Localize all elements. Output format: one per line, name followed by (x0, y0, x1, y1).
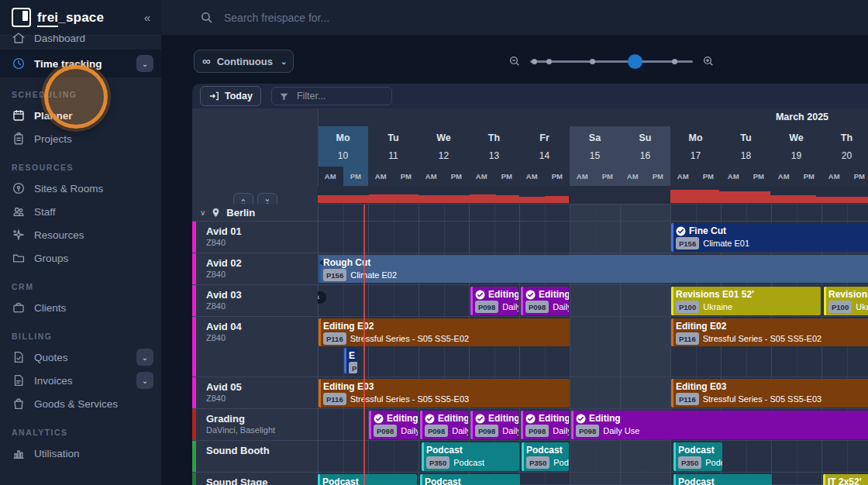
project-badge: P098 (475, 425, 498, 437)
completed-check-icon (374, 414, 384, 424)
sidebar-item-goods-services[interactable]: Goods & Services (0, 392, 161, 415)
sidebar-item-label: Invoices (34, 375, 73, 387)
booking-block[interactable]: Editing E02P116Stressful Series - S05 SS… (319, 318, 570, 346)
completed-check-icon (525, 414, 536, 424)
booking-block[interactable]: IT 2x52' (823, 474, 868, 485)
sidebar-item-chevron-button[interactable]: ⌄ (136, 55, 153, 72)
booking-accent-stripe (522, 442, 524, 471)
sidebar-section-label: SCHEDULING (12, 90, 161, 99)
booking-title: Podcast (426, 444, 518, 456)
booking-title: Editing (475, 288, 517, 301)
chevron-down-icon: ⌄ (281, 57, 287, 66)
booking-title: Revisions E01 52' (676, 288, 819, 301)
booking-title: Podcast (678, 444, 721, 456)
zoom-slider-track[interactable] (530, 60, 693, 63)
sidebar-item-chevron-button[interactable]: ⌄ (136, 349, 153, 366)
sidebar-collapse-button[interactable]: « (144, 11, 150, 24)
doc-check-icon (12, 350, 26, 364)
collapse-label-column-button[interactable]: « (318, 291, 326, 304)
sidebar-item-label: Utilisation (34, 448, 80, 459)
sidebar-item-quotes[interactable]: Quotes⌄ (0, 346, 161, 369)
booking-block[interactable]: EditingP098Daily Use (470, 411, 518, 439)
sidebar-item-label: Goods & Services (34, 398, 118, 410)
booking-block[interactable]: Revisions E01 52'P100Ukraine (671, 287, 821, 315)
booking-accent-stripe (369, 411, 371, 439)
sidebar-item-time-tracking[interactable]: Time tracking⌄ (0, 50, 161, 77)
filter-input[interactable] (295, 90, 384, 102)
day-column-header: Sa15AMPM (570, 126, 620, 186)
booking-subtitle: P098Daily Use (425, 425, 467, 437)
project-badge: P156 (676, 237, 699, 249)
booking-block[interactable]: PodcastP350Podcast (318, 474, 417, 485)
booking-block[interactable]: PodcastP350Podcast (522, 442, 569, 471)
search-input[interactable] (222, 11, 551, 25)
utilisation-bar (369, 194, 418, 203)
booking-block[interactable]: Editing E03P116Stressful Series - S05 SS… (319, 379, 570, 408)
project-badge: P156 (323, 269, 346, 281)
sidebar-item-label: Groups (34, 253, 68, 264)
doc-lines-icon (12, 373, 26, 387)
month-label: March 2025 (748, 112, 856, 122)
sidebar-item-dashboard[interactable]: Dashboard (0, 26, 161, 50)
booking-title: Editing E03 (676, 380, 868, 393)
project-badge: P116 (676, 332, 699, 345)
booking-block[interactable]: PodcastP350Podcast (673, 474, 772, 485)
sidebar-item-sites-rooms[interactable]: Sites & Rooms (0, 177, 161, 200)
sidebar-item-staff[interactable]: Staff (0, 200, 161, 223)
booking-block[interactable]: PodcastP350Podcast (673, 442, 722, 471)
sidebar-item-label: Sites & Rooms (34, 183, 103, 194)
booking-block[interactable]: RevisionsP100Ukraine (824, 287, 868, 315)
view-mode-dropdown[interactable]: ∞ Continuous ⌄ (194, 50, 294, 73)
day-column-header: Tu18AMPM (721, 126, 771, 186)
booking-block[interactable]: PodcastP350Podcast (422, 442, 519, 471)
booking-subtitle: P098Daily Use (525, 301, 567, 313)
sidebar-item-utilisation[interactable]: Utilisation (0, 442, 161, 465)
continues-left-arrow-icon (319, 260, 323, 266)
sidebar-item-planner[interactable]: Planner (0, 104, 161, 127)
sidebar-section-label: BILLING (12, 332, 161, 341)
booking-block[interactable]: PodcastP350Podcast (420, 474, 520, 485)
project-badge: P098 (525, 301, 549, 313)
filter-box (271, 87, 392, 105)
booking-block[interactable]: EditingP098Daily Use (470, 287, 518, 315)
booking-block[interactable]: EditingP098Daily Use (369, 411, 418, 439)
booking-block[interactable]: EditingP098Daily Use (420, 411, 468, 439)
booking-accent-stripe (823, 474, 825, 485)
booking-subtitle: P098Daily Use (525, 425, 567, 437)
booking-block[interactable]: Editing E03P116Stressful Series - S05 SS… (671, 379, 868, 408)
resource-row-label: GradingDaVinci, Baselight (192, 409, 318, 441)
project-badge: P098 (576, 425, 599, 437)
zoom-out-icon[interactable] (508, 55, 521, 67)
booking-block[interactable]: Editing E02P116Stressful Series - S05 SS… (671, 318, 868, 346)
planner-toolbar: Today (192, 84, 868, 109)
briefcase-icon (12, 301, 26, 315)
booking-block[interactable]: EP (344, 348, 357, 373)
booking-accent-stripe (422, 442, 424, 471)
sidebar-item-invoices[interactable]: Invoices⌄ (0, 369, 161, 392)
booking-block[interactable]: Rough CutP156Climate E02 (319, 255, 868, 283)
sidebar-item-projects[interactable]: Projects (0, 127, 161, 150)
zoom-in-icon[interactable] (702, 55, 715, 67)
sidebar-item-groups[interactable]: Groups (0, 246, 161, 270)
sidebar-item-chevron-button[interactable]: ⌄ (136, 372, 153, 389)
resource-row-label: Sound Stage (192, 473, 318, 485)
location-pin-icon (211, 208, 221, 218)
resource-color-stripe (192, 222, 196, 253)
booking-block[interactable]: EditingP098Daily Use (521, 287, 569, 315)
today-button[interactable]: Today (200, 86, 261, 106)
booking-block[interactable]: EditingP098Daily Use (571, 411, 868, 439)
zoom-slider-thumb[interactable] (628, 54, 642, 69)
booking-accent-stripe (521, 411, 523, 439)
day-column-header: Th20AMPM (822, 126, 868, 186)
booking-block[interactable]: Fine CutP156Climate E01 (671, 223, 868, 252)
completed-check-icon (475, 414, 485, 424)
search-icon (200, 11, 213, 24)
booking-block[interactable]: EditingP098Daily Use (521, 411, 569, 439)
sidebar-item-resources[interactable]: Resources (0, 223, 161, 246)
utilisation-bar (770, 195, 816, 203)
current-time-line (363, 205, 365, 485)
project-badge: P116 (676, 393, 699, 405)
booking-accent-stripe (673, 474, 676, 485)
sidebar-item-clients[interactable]: Clients (0, 296, 161, 319)
utilisation-bar (329, 195, 369, 203)
